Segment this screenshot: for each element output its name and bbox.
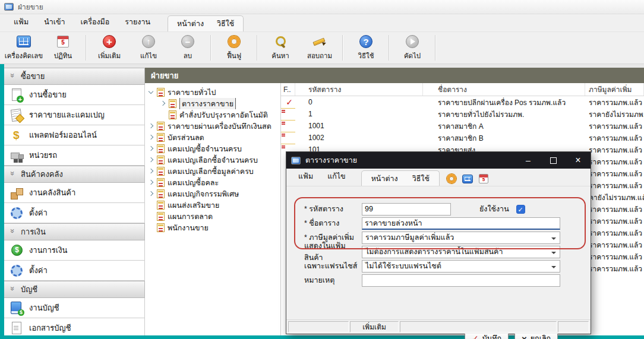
caret-icon xyxy=(149,135,154,140)
sidebar-item-icon xyxy=(9,107,24,123)
toolbar-separator xyxy=(342,35,343,61)
sidebar-item-label: งานซื้อขาย xyxy=(29,88,67,101)
tree-item[interactable]: ราคาขายทั่วไป xyxy=(149,87,280,98)
dialog-menu-item-edit[interactable]: แก้ไข xyxy=(320,167,352,186)
vat-select[interactable]: ราคารวมภาษีมูลค่าเพิ่มแล้ว xyxy=(362,232,560,244)
dialog-window: ตารางราคาขาย แฟ้ม แก้ไข หน้าต่าง วิธีใช้ xyxy=(286,151,591,334)
toolbar-separator xyxy=(435,35,436,61)
caret-icon xyxy=(149,180,154,185)
toolbar-button-search[interactable]: ค้นหา xyxy=(261,32,300,64)
dialog-menu-item-window[interactable]: หน้าต่าง xyxy=(364,169,405,188)
sidebar-section-sales[interactable]: ซื้อขาย xyxy=(4,68,145,85)
column-header-flag[interactable]: F.. xyxy=(281,83,295,96)
column-header-vat[interactable]: ภาษีมูลค่าเพิ่ม xyxy=(585,83,644,96)
sidebar-item[interactable]: หน่วยรถ xyxy=(4,145,145,166)
close-button[interactable] xyxy=(566,152,591,169)
maximize-button[interactable] xyxy=(541,152,566,169)
sidebar-section-accounting[interactable]: บัญชี xyxy=(4,281,145,298)
tree-item-label: แผนการตลาด xyxy=(168,211,213,222)
dialog-menu-item-file[interactable]: แฟ้ม xyxy=(291,167,320,186)
statusbar-cell-label: เพิ่มเติม xyxy=(350,321,399,332)
cell-code: 1001 xyxy=(295,120,423,132)
dialog-statusbar: เพิ่มเติม xyxy=(286,319,591,334)
sidebar-section-title: การเงิน xyxy=(21,226,46,238)
menu-item-help[interactable]: วิธีใช้ xyxy=(210,15,241,33)
tree-item[interactable]: คำสั่งปรับปรุงราคาอัตโนมัติ xyxy=(149,109,280,121)
sidebar-item[interactable]: งานบัญชี xyxy=(4,298,145,318)
toolbar-button-calendar[interactable]: ปฏิทิน xyxy=(43,32,83,64)
calendar-icon[interactable] xyxy=(479,174,488,183)
toolbar-button-refresh[interactable]: ฟื้นฟู xyxy=(214,32,254,64)
table-row[interactable]: 1001 ราคาสมาชิก A ราคารวมภพ.แล้ว xyxy=(281,120,644,132)
form-icon xyxy=(157,189,165,198)
table-row[interactable]: 0 ราคาขายปลีกผ่านเครื่อง Pos รวมภพ.แล้ว … xyxy=(281,96,644,108)
table-name-input[interactable] xyxy=(362,217,560,230)
minimize-button[interactable] xyxy=(516,152,541,169)
toolbar-button-delete[interactable]: ลบ xyxy=(168,32,207,64)
sidebar-item[interactable]: งานการเงิน xyxy=(4,240,145,261)
tree-item[interactable]: ตารางราคาขาย xyxy=(149,98,280,109)
column-header-name[interactable]: ชื่อตาราง xyxy=(423,83,585,96)
cell-vat: ราคารวมภพ.แล้ว xyxy=(585,227,644,239)
cell-vat: ราคารวมภพ.แล้ว xyxy=(585,239,644,251)
caret-icon xyxy=(149,90,154,95)
help-icon xyxy=(359,35,372,48)
cell-vat: ราคารวมภพ.แล้ว xyxy=(585,251,644,262)
column-header-code[interactable]: รหัสตาราง xyxy=(295,83,423,96)
sidebar-item[interactable]: งานซื้อขาย xyxy=(4,85,145,105)
sidebar-item[interactable]: ตั้งค่า xyxy=(4,203,145,223)
dialog-merged-menu-panel: หน้าต่าง วิธีใช้ xyxy=(361,170,440,186)
sidebar-item[interactable]: แพลตฟอร์มออนไลน์ xyxy=(4,125,145,145)
tree-item[interactable]: บัตรส่วนลด xyxy=(149,132,280,143)
sidebar-item[interactable]: เอกสารบัญชี xyxy=(4,318,145,335)
sidebar-item-label: ตั้งค่า xyxy=(29,207,48,219)
sidebar-item[interactable]: ราคาขายและแคมเปญ xyxy=(4,105,145,125)
menu-item-tools[interactable]: เครื่องมือ xyxy=(73,12,118,31)
tree-item[interactable]: พนักงานขาย xyxy=(149,222,280,233)
cell-name: ราคาสมาชิก B xyxy=(423,132,585,144)
row-status-icon xyxy=(286,97,293,107)
sidebar-item[interactable]: งานคลังสินค้า xyxy=(4,183,145,203)
table-code-label: * รหัสตาราง xyxy=(304,203,362,215)
toolbar-button-help[interactable]: วิธีใช้ xyxy=(346,32,386,64)
tree-item-label: แคมเปญซื้อคละ xyxy=(168,177,219,188)
sidebar-item[interactable]: ตั้งค่า xyxy=(4,261,145,281)
tree-item[interactable]: ราคาขายผ่านเครื่องบันทึกเงินสด xyxy=(149,121,280,132)
tree-item[interactable]: แคมเปญซื้อจำนวนครบ xyxy=(149,143,280,154)
refresh-icon[interactable] xyxy=(447,174,456,183)
calculator-icon[interactable] xyxy=(462,175,473,183)
form-icon xyxy=(157,212,165,221)
tree-item[interactable]: แผนส่งเสริมขาย xyxy=(149,199,280,211)
menu-item-reports[interactable]: รายงาน xyxy=(117,12,158,31)
tree-item[interactable]: แคมเปญซื้อคละ xyxy=(149,177,280,188)
table-header-row: F.. รหัสตาราง ชื่อตาราง ภาษีมูลค่าเพิ่ม xyxy=(281,83,644,96)
toolbar-button-edit[interactable]: แก้ไข xyxy=(129,32,168,64)
tree-item-label: พนักงานขาย xyxy=(168,222,209,233)
tree-item[interactable]: แผนการตลาด xyxy=(149,211,280,222)
franchise-select[interactable]: ไม่ได้ใช้ระบบแฟรนไชต์ xyxy=(362,260,560,273)
table-code-input[interactable] xyxy=(362,203,451,216)
active-checkbox[interactable] xyxy=(516,205,525,214)
menu-item-window[interactable]: หน้าต่าง xyxy=(171,15,210,33)
inquiry-pencil-icon xyxy=(312,35,327,48)
tree-item[interactable]: แคมเปญกิจกรรมพิเศษ xyxy=(149,188,280,199)
tree-item[interactable]: แคมเปญเลือกซื้อจำนวนครบ xyxy=(149,154,280,166)
cell-vat: ราคารวมภพ.แล้ว xyxy=(585,156,644,167)
tree-item[interactable]: แคมเปญเลือกซื้อมูลค่าครบ xyxy=(149,166,280,177)
show-in-product-select[interactable]: ไม่ต้องการแสดงตารางราคานี้ในแฟ้มสินค้า xyxy=(362,246,560,258)
toolbar-button-add[interactable]: เพิ่มเติม xyxy=(90,32,129,64)
toolbar-button-copy-forward[interactable]: คัดไป xyxy=(393,32,432,64)
sidebar-section-finance[interactable]: การเงิน xyxy=(4,223,145,240)
cell-vat: ราคารวมภพ.แล้ว xyxy=(585,262,644,274)
sidebar-section-inventory[interactable]: สินค้าคงคลัง xyxy=(4,166,145,183)
dialog-menu-item-help[interactable]: วิธีใช้ xyxy=(405,169,437,188)
toolbar-button-inquiry[interactable]: สอบถาม xyxy=(300,32,339,64)
menu-item-file[interactable]: แฟ้ม xyxy=(6,12,36,31)
table-row[interactable]: 1 ราคาขายทั่วไปยังไม่รวมภพ. ราคายังไม่รว… xyxy=(281,108,644,120)
note-label: หมายเหตุ xyxy=(304,274,362,286)
menu-item-import[interactable]: นำเข้า xyxy=(36,12,72,31)
dialog-title-bar[interactable]: ตารางราคาขาย xyxy=(286,152,591,169)
note-input[interactable] xyxy=(362,274,560,287)
toolbar-button-calculator[interactable]: เครื่องคิดเลข xyxy=(4,32,43,64)
table-row[interactable]: 1002 ราคาสมาชิก B ราคารวมภพ.แล้ว xyxy=(281,132,644,144)
